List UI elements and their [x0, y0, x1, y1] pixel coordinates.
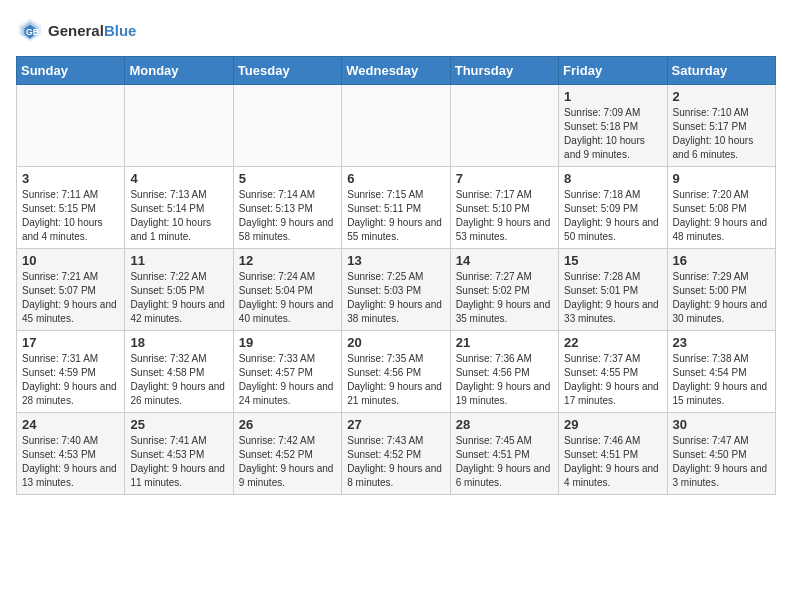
day-info: Sunrise: 7:41 AM Sunset: 4:53 PM Dayligh…: [130, 434, 227, 490]
day-info: Sunrise: 7:10 AM Sunset: 5:17 PM Dayligh…: [673, 106, 770, 162]
day-info: Sunrise: 7:33 AM Sunset: 4:57 PM Dayligh…: [239, 352, 336, 408]
day-number: 17: [22, 335, 119, 350]
col-header-thursday: Thursday: [450, 57, 558, 85]
calendar-cell: 19Sunrise: 7:33 AM Sunset: 4:57 PM Dayli…: [233, 331, 341, 413]
calendar-cell: 18Sunrise: 7:32 AM Sunset: 4:58 PM Dayli…: [125, 331, 233, 413]
day-number: 1: [564, 89, 661, 104]
day-number: 6: [347, 171, 444, 186]
calendar-cell: [233, 85, 341, 167]
day-number: 5: [239, 171, 336, 186]
day-number: 27: [347, 417, 444, 432]
calendar-cell: [17, 85, 125, 167]
day-number: 25: [130, 417, 227, 432]
calendar-cell: 1Sunrise: 7:09 AM Sunset: 5:18 PM Daylig…: [559, 85, 667, 167]
calendar-cell: 16Sunrise: 7:29 AM Sunset: 5:00 PM Dayli…: [667, 249, 775, 331]
calendar-cell: 9Sunrise: 7:20 AM Sunset: 5:08 PM Daylig…: [667, 167, 775, 249]
calendar-cell: 20Sunrise: 7:35 AM Sunset: 4:56 PM Dayli…: [342, 331, 450, 413]
day-number: 3: [22, 171, 119, 186]
day-info: Sunrise: 7:29 AM Sunset: 5:00 PM Dayligh…: [673, 270, 770, 326]
day-number: 26: [239, 417, 336, 432]
day-info: Sunrise: 7:45 AM Sunset: 4:51 PM Dayligh…: [456, 434, 553, 490]
col-header-monday: Monday: [125, 57, 233, 85]
day-number: 21: [456, 335, 553, 350]
day-number: 23: [673, 335, 770, 350]
calendar-cell: [342, 85, 450, 167]
calendar-cell: 25Sunrise: 7:41 AM Sunset: 4:53 PM Dayli…: [125, 413, 233, 495]
calendar-cell: 27Sunrise: 7:43 AM Sunset: 4:52 PM Dayli…: [342, 413, 450, 495]
calendar-cell: 23Sunrise: 7:38 AM Sunset: 4:54 PM Dayli…: [667, 331, 775, 413]
day-number: 20: [347, 335, 444, 350]
day-number: 29: [564, 417, 661, 432]
day-info: Sunrise: 7:37 AM Sunset: 4:55 PM Dayligh…: [564, 352, 661, 408]
day-info: Sunrise: 7:21 AM Sunset: 5:07 PM Dayligh…: [22, 270, 119, 326]
day-number: 24: [22, 417, 119, 432]
day-number: 30: [673, 417, 770, 432]
calendar-table: SundayMondayTuesdayWednesdayThursdayFrid…: [16, 56, 776, 495]
calendar-cell: 21Sunrise: 7:36 AM Sunset: 4:56 PM Dayli…: [450, 331, 558, 413]
calendar-cell: 30Sunrise: 7:47 AM Sunset: 4:50 PM Dayli…: [667, 413, 775, 495]
calendar-cell: [450, 85, 558, 167]
calendar-cell: 7Sunrise: 7:17 AM Sunset: 5:10 PM Daylig…: [450, 167, 558, 249]
day-info: Sunrise: 7:35 AM Sunset: 4:56 PM Dayligh…: [347, 352, 444, 408]
col-header-tuesday: Tuesday: [233, 57, 341, 85]
day-number: 2: [673, 89, 770, 104]
day-info: Sunrise: 7:20 AM Sunset: 5:08 PM Dayligh…: [673, 188, 770, 244]
day-number: 15: [564, 253, 661, 268]
day-number: 18: [130, 335, 227, 350]
day-info: Sunrise: 7:42 AM Sunset: 4:52 PM Dayligh…: [239, 434, 336, 490]
day-info: Sunrise: 7:15 AM Sunset: 5:11 PM Dayligh…: [347, 188, 444, 244]
col-header-saturday: Saturday: [667, 57, 775, 85]
calendar-cell: 22Sunrise: 7:37 AM Sunset: 4:55 PM Dayli…: [559, 331, 667, 413]
calendar-cell: 13Sunrise: 7:25 AM Sunset: 5:03 PM Dayli…: [342, 249, 450, 331]
day-number: 11: [130, 253, 227, 268]
day-info: Sunrise: 7:24 AM Sunset: 5:04 PM Dayligh…: [239, 270, 336, 326]
calendar-cell: 3Sunrise: 7:11 AM Sunset: 5:15 PM Daylig…: [17, 167, 125, 249]
day-number: 16: [673, 253, 770, 268]
calendar-cell: 10Sunrise: 7:21 AM Sunset: 5:07 PM Dayli…: [17, 249, 125, 331]
calendar-cell: 12Sunrise: 7:24 AM Sunset: 5:04 PM Dayli…: [233, 249, 341, 331]
day-info: Sunrise: 7:11 AM Sunset: 5:15 PM Dayligh…: [22, 188, 119, 244]
calendar-cell: 4Sunrise: 7:13 AM Sunset: 5:14 PM Daylig…: [125, 167, 233, 249]
calendar-cell: 5Sunrise: 7:14 AM Sunset: 5:13 PM Daylig…: [233, 167, 341, 249]
day-info: Sunrise: 7:13 AM Sunset: 5:14 PM Dayligh…: [130, 188, 227, 244]
day-info: Sunrise: 7:14 AM Sunset: 5:13 PM Dayligh…: [239, 188, 336, 244]
day-info: Sunrise: 7:09 AM Sunset: 5:18 PM Dayligh…: [564, 106, 661, 162]
logo-icon: GB: [16, 16, 44, 44]
day-number: 4: [130, 171, 227, 186]
day-number: 12: [239, 253, 336, 268]
day-number: 10: [22, 253, 119, 268]
logo: GB GeneralBlue: [16, 16, 136, 44]
day-info: Sunrise: 7:47 AM Sunset: 4:50 PM Dayligh…: [673, 434, 770, 490]
calendar-cell: 8Sunrise: 7:18 AM Sunset: 5:09 PM Daylig…: [559, 167, 667, 249]
day-number: 13: [347, 253, 444, 268]
calendar-cell: [125, 85, 233, 167]
svg-text:GB: GB: [26, 27, 40, 37]
day-info: Sunrise: 7:18 AM Sunset: 5:09 PM Dayligh…: [564, 188, 661, 244]
day-number: 9: [673, 171, 770, 186]
page-header: GB GeneralBlue: [16, 16, 776, 44]
day-info: Sunrise: 7:40 AM Sunset: 4:53 PM Dayligh…: [22, 434, 119, 490]
day-number: 14: [456, 253, 553, 268]
day-info: Sunrise: 7:28 AM Sunset: 5:01 PM Dayligh…: [564, 270, 661, 326]
day-number: 22: [564, 335, 661, 350]
day-info: Sunrise: 7:22 AM Sunset: 5:05 PM Dayligh…: [130, 270, 227, 326]
calendar-cell: 29Sunrise: 7:46 AM Sunset: 4:51 PM Dayli…: [559, 413, 667, 495]
calendar-cell: 15Sunrise: 7:28 AM Sunset: 5:01 PM Dayli…: [559, 249, 667, 331]
calendar-cell: 11Sunrise: 7:22 AM Sunset: 5:05 PM Dayli…: [125, 249, 233, 331]
calendar-cell: 17Sunrise: 7:31 AM Sunset: 4:59 PM Dayli…: [17, 331, 125, 413]
calendar-cell: 24Sunrise: 7:40 AM Sunset: 4:53 PM Dayli…: [17, 413, 125, 495]
day-info: Sunrise: 7:32 AM Sunset: 4:58 PM Dayligh…: [130, 352, 227, 408]
day-number: 7: [456, 171, 553, 186]
day-number: 19: [239, 335, 336, 350]
day-info: Sunrise: 7:36 AM Sunset: 4:56 PM Dayligh…: [456, 352, 553, 408]
day-info: Sunrise: 7:43 AM Sunset: 4:52 PM Dayligh…: [347, 434, 444, 490]
calendar-cell: 2Sunrise: 7:10 AM Sunset: 5:17 PM Daylig…: [667, 85, 775, 167]
day-info: Sunrise: 7:17 AM Sunset: 5:10 PM Dayligh…: [456, 188, 553, 244]
day-info: Sunrise: 7:25 AM Sunset: 5:03 PM Dayligh…: [347, 270, 444, 326]
day-info: Sunrise: 7:46 AM Sunset: 4:51 PM Dayligh…: [564, 434, 661, 490]
col-header-wednesday: Wednesday: [342, 57, 450, 85]
col-header-sunday: Sunday: [17, 57, 125, 85]
calendar-cell: 28Sunrise: 7:45 AM Sunset: 4:51 PM Dayli…: [450, 413, 558, 495]
day-info: Sunrise: 7:38 AM Sunset: 4:54 PM Dayligh…: [673, 352, 770, 408]
day-number: 28: [456, 417, 553, 432]
